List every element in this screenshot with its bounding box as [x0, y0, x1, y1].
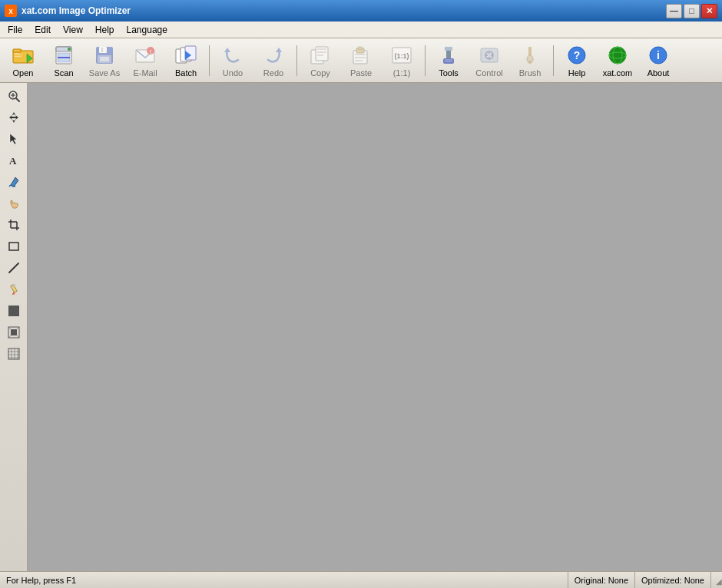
menu-edit[interactable]: Edit [28, 23, 57, 37]
help-button[interactable]: ? Help [557, 41, 597, 81]
separator-2 [296, 45, 297, 76]
pencil-tool[interactable] [3, 279, 25, 299]
open-button[interactable]: Open [3, 41, 43, 81]
brush-button[interactable]: Brush [510, 41, 550, 81]
window-controls: — □ ✕ [666, 4, 717, 18]
save-as-button[interactable]: Save As [84, 41, 124, 81]
svg-rect-36 [355, 57, 366, 58]
paste-button[interactable]: Paste [341, 41, 381, 81]
square1-tool[interactable] [3, 301, 25, 321]
svg-rect-3 [13, 49, 21, 52]
svg-line-63 [16, 98, 19, 101]
copy-label: Copy [310, 68, 330, 78]
move-tool[interactable] [3, 107, 25, 127]
svg-text:?: ? [574, 49, 581, 61]
minimize-button[interactable]: — [666, 4, 682, 18]
menu-bar: File Edit View Help Language [0, 21, 722, 38]
svg-text:A: A [9, 155, 17, 167]
svg-rect-30 [317, 51, 326, 53]
svg-rect-5 [15, 55, 22, 55]
svg-rect-15 [101, 48, 103, 52]
email-button[interactable]: ! E-Mail [125, 41, 165, 81]
svg-text:(1:1): (1:1) [394, 52, 409, 60]
scan-label: Scan [54, 68, 73, 78]
svg-point-12 [68, 48, 71, 51]
zoom-tool[interactable] [3, 86, 25, 106]
hand-tool[interactable] [3, 193, 25, 213]
svg-marker-25 [224, 48, 230, 52]
svg-marker-66 [9, 112, 18, 123]
xatcom-label: xat.com [603, 68, 633, 78]
square2-tool[interactable] [3, 322, 25, 342]
open-label: Open [13, 68, 34, 78]
rect-tool[interactable] [3, 236, 25, 256]
resize-grip[interactable]: ◢ [711, 575, 722, 586]
svg-rect-78 [8, 306, 19, 316]
menu-file[interactable]: File [2, 23, 28, 37]
canvas-area [28, 83, 722, 571]
line-tool[interactable] [3, 258, 25, 278]
svg-rect-29 [317, 48, 326, 50]
copy-button[interactable]: Copy [300, 41, 340, 81]
scan-button[interactable]: Scan [44, 41, 84, 81]
brush-icon [518, 44, 542, 67]
zoom-button[interactable]: (1:1) (1:1) [382, 41, 422, 81]
zoom-label: (1:1) [393, 68, 411, 78]
close-button[interactable]: ✕ [701, 4, 717, 18]
batch-icon [174, 44, 198, 67]
tools-button[interactable]: Tools [429, 41, 469, 81]
redo-icon [261, 44, 286, 67]
square3-tool[interactable] [3, 344, 25, 364]
crop-tool[interactable] [3, 215, 25, 235]
svg-rect-37 [355, 60, 363, 61]
undo-icon [220, 44, 245, 67]
menu-language[interactable]: Language [121, 23, 174, 37]
svg-rect-41 [445, 47, 452, 51]
undo-label: Undo [223, 68, 243, 78]
about-label: About [647, 68, 670, 78]
separator-1 [209, 45, 210, 76]
left-toolbar: A [0, 83, 28, 571]
menu-help[interactable]: Help [89, 23, 121, 37]
about-button[interactable]: i About [638, 41, 678, 81]
save-as-label: Save As [89, 68, 120, 78]
tools-label: Tools [439, 68, 459, 78]
control-button[interactable]: Control [469, 41, 509, 81]
batch-label: Batch [175, 68, 197, 78]
undo-button[interactable]: Undo [213, 41, 253, 81]
title-bar-left: x xat.com Image Optimizer [5, 5, 131, 17]
help-icon: ? [565, 44, 589, 67]
batch-button[interactable]: Batch [166, 41, 206, 81]
scan-icon [51, 44, 76, 67]
fill-tool[interactable] [3, 172, 25, 192]
status-bar: For Help, press F1 Original: None Optimi… [0, 571, 722, 588]
svg-rect-17 [100, 57, 109, 61]
xatcom-button[interactable]: xat.com [598, 41, 638, 81]
svg-rect-73 [9, 243, 18, 250]
select-tool[interactable] [3, 129, 25, 149]
copy-icon [308, 44, 333, 67]
menu-view[interactable]: View [57, 23, 89, 37]
redo-button[interactable]: Redo [253, 41, 293, 81]
title-bar: x xat.com Image Optimizer — □ ✕ [0, 0, 722, 21]
help-label: Help [568, 68, 586, 78]
separator-4 [553, 45, 554, 76]
app-icon: x [5, 5, 17, 17]
text-tool[interactable]: A [3, 150, 25, 170]
svg-rect-45 [481, 48, 498, 62]
svg-point-53 [528, 61, 532, 64]
svg-rect-4 [15, 53, 19, 54]
paste-icon [349, 44, 373, 67]
email-icon: ! [133, 44, 157, 67]
svg-rect-35 [355, 54, 366, 55]
about-icon: i [646, 44, 671, 67]
svg-text:i: i [657, 49, 660, 61]
svg-rect-34 [358, 47, 363, 50]
svg-marker-67 [10, 134, 17, 144]
app-title: xat.com Image Optimizer [22, 5, 131, 16]
tools-icon [436, 44, 461, 67]
status-original: Original: None [568, 572, 635, 588]
maximize-button[interactable]: □ [684, 4, 700, 18]
control-label: Control [475, 68, 502, 78]
control-icon [477, 44, 502, 67]
